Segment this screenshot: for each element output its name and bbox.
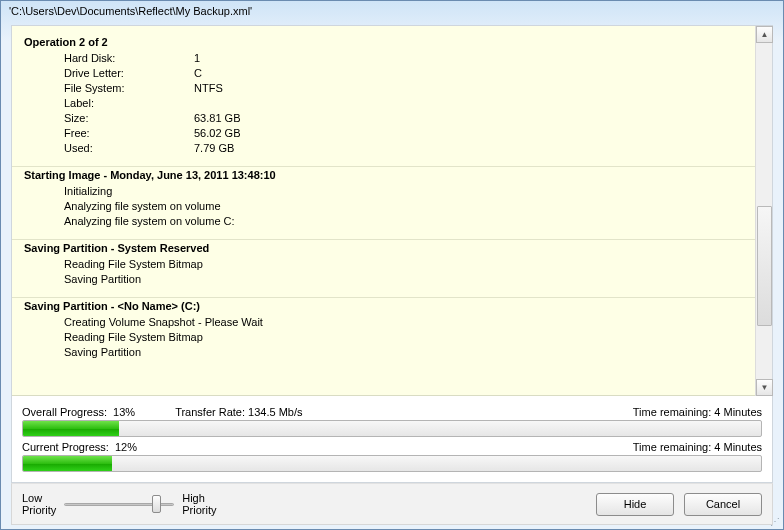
- bottom-bar: Low Priority High Priority Hide Cancel: [11, 483, 773, 525]
- hide-button[interactable]: Hide: [596, 493, 674, 516]
- saving2-heading: Saving Partition - <No Name> (C:): [24, 300, 743, 312]
- overall-progress-bar: [22, 420, 762, 437]
- scroll-up-icon[interactable]: ▲: [756, 26, 773, 43]
- kv-row: Drive Letter:C: [24, 66, 743, 81]
- log-step: Initializing: [24, 184, 743, 199]
- saving-section-1: Saving Partition - System Reserved Readi…: [12, 240, 755, 298]
- overall-progress-fill: [23, 421, 119, 436]
- priority-slider[interactable]: [64, 493, 174, 515]
- kv-row: Hard Disk:1: [24, 51, 743, 66]
- kv-row: Label:: [24, 96, 743, 111]
- log-wrap: Operation 2 of 2 Hard Disk:1 Drive Lette…: [12, 26, 772, 396]
- resize-grip-icon[interactable]: ⋰: [770, 516, 782, 528]
- log-panel: Operation 2 of 2 Hard Disk:1 Drive Lette…: [12, 26, 755, 396]
- kv-val: 7.79 GB: [194, 141, 234, 156]
- log-step: Analyzing file system on volume: [24, 199, 743, 214]
- kv-key: Size:: [64, 111, 194, 126]
- transfer-rate: Transfer Rate: 134.5 Mb/s: [175, 406, 302, 418]
- low-priority-label: Low Priority: [22, 492, 56, 516]
- current-progress-fill: [23, 456, 112, 471]
- kv-row: File System:NTFS: [24, 81, 743, 96]
- log-step: Saving Partition: [24, 345, 743, 360]
- high-priority-label: High Priority: [182, 492, 216, 516]
- kv-val: C: [194, 66, 202, 81]
- current-progress-pct: 12%: [115, 441, 137, 453]
- current-labels: Current Progress: 12% Time remaining: 4 …: [22, 441, 762, 453]
- kv-key: Used:: [64, 141, 194, 156]
- current-progress-label: Current Progress:: [22, 441, 109, 453]
- current-time-remaining: Time remaining: 4 Minutes: [633, 441, 762, 453]
- kv-row: Free:56.02 GB: [24, 126, 743, 141]
- operation-heading: Operation 2 of 2: [24, 36, 743, 48]
- cancel-button[interactable]: Cancel: [684, 493, 762, 516]
- overall-time-remaining: Time remaining: 4 Minutes: [633, 406, 762, 418]
- kv-val: NTFS: [194, 81, 223, 96]
- progress-area: Overall Progress: 13% Transfer Rate: 134…: [12, 396, 772, 482]
- kv-val: 1: [194, 51, 200, 66]
- kv-row: Size:63.81 GB: [24, 111, 743, 126]
- window-title: 'C:\Users\Dev\Documents\Reflect\My Backu…: [1, 1, 783, 25]
- starting-section: Starting Image - Monday, June 13, 2011 1…: [12, 167, 755, 240]
- kv-val: 56.02 GB: [194, 126, 240, 141]
- operation-section: Operation 2 of 2 Hard Disk:1 Drive Lette…: [12, 34, 755, 167]
- scroll-down-icon[interactable]: ▼: [756, 379, 773, 396]
- kv-key: File System:: [64, 81, 194, 96]
- log-step: Reading File System Bitmap: [24, 330, 743, 345]
- kv-key: Drive Letter:: [64, 66, 194, 81]
- log-step: Creating Volume Snapshot - Please Wait: [24, 315, 743, 330]
- log-step: Analyzing file system on volume C:: [24, 214, 743, 229]
- saving-section-2: Saving Partition - <No Name> (C:) Creati…: [12, 298, 755, 370]
- kv-key: Hard Disk:: [64, 51, 194, 66]
- overall-labels: Overall Progress: 13% Transfer Rate: 134…: [22, 406, 762, 418]
- kv-key: Label:: [64, 96, 194, 111]
- slider-thumb[interactable]: [152, 495, 161, 513]
- starting-heading: Starting Image - Monday, June 13, 2011 1…: [24, 169, 743, 181]
- kv-row: Used:7.79 GB: [24, 141, 743, 156]
- scroll-thumb[interactable]: [757, 206, 772, 326]
- overall-progress-pct: 13%: [113, 406, 135, 418]
- content-pane: Operation 2 of 2 Hard Disk:1 Drive Lette…: [11, 25, 773, 483]
- log-step: Saving Partition: [24, 272, 743, 287]
- saving1-heading: Saving Partition - System Reserved: [24, 242, 743, 254]
- kv-key: Free:: [64, 126, 194, 141]
- current-progress-bar: [22, 455, 762, 472]
- log-step: Reading File System Bitmap: [24, 257, 743, 272]
- log-scrollbar[interactable]: ▲ ▼: [755, 26, 772, 396]
- overall-progress-label: Overall Progress:: [22, 406, 107, 418]
- kv-val: 63.81 GB: [194, 111, 240, 126]
- backup-progress-window: 'C:\Users\Dev\Documents\Reflect\My Backu…: [0, 0, 784, 530]
